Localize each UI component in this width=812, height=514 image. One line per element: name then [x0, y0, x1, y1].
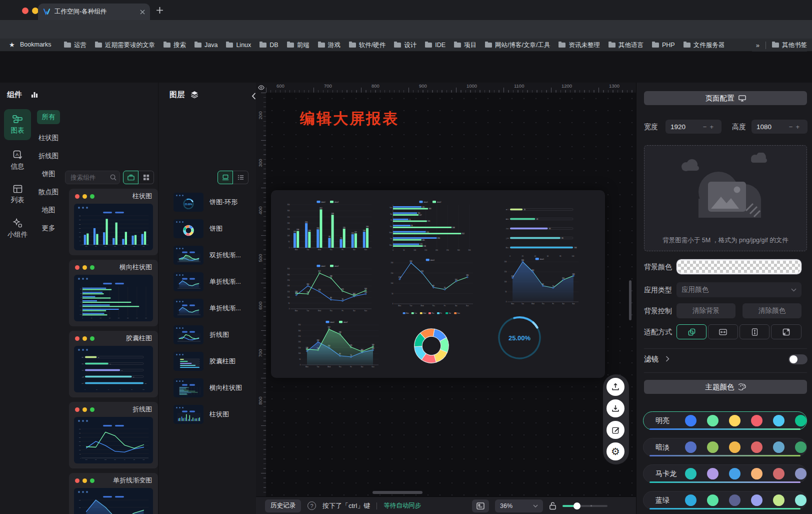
layer-item[interactable]: 横向柱状图 — [174, 378, 253, 397]
bookmark-item[interactable]: 设计 — [394, 41, 416, 50]
layer-item[interactable]: 双折线渐... — [174, 246, 253, 265]
bookmark-item[interactable]: DB — [260, 42, 278, 49]
thumbnail-view-button[interactable] — [218, 171, 233, 184]
bookmark-item[interactable]: Java — [194, 42, 218, 49]
clear-background-button[interactable]: 清除背景 — [676, 303, 736, 318]
background-upload-area[interactable]: 背景图需小于 5M ，格式为 png/jpg/gif 的文件 — [644, 145, 807, 251]
bookmark-item[interactable]: 近期需要读的文章 — [95, 41, 155, 50]
bookmark-item[interactable]: 软件/硬件 — [349, 41, 386, 50]
chart-donut-pie[interactable]: MonTueWedThuFriSatSun — [394, 311, 469, 373]
bookmark-item[interactable]: 网站/博客/文章/工具 — [485, 41, 550, 50]
bookmark-item[interactable]: PHP — [652, 42, 675, 49]
layer-item[interactable]: 单折线渐... — [174, 272, 253, 291]
chart-double-line[interactable]: data1data2050100150200250300350MonTueWed… — [283, 263, 373, 313]
category-4[interactable]: 饼图 — [33, 167, 64, 181]
export-button[interactable] — [606, 399, 624, 417]
layer-item[interactable]: 单折线渐... — [174, 299, 253, 318]
height-plus-button[interactable]: + — [796, 123, 802, 131]
height-minus-button[interactable]: − — [789, 123, 796, 131]
layer-item[interactable]: 折线图 — [174, 325, 253, 344]
filter-expand-chevron[interactable] — [666, 356, 670, 362]
browser-tab[interactable]: 工作空间-各种组件 — [38, 4, 150, 20]
chart-horizontal-bar[interactable]: data1data2050100150200250300350Sun130160… — [386, 199, 474, 252]
bg-color-swatch[interactable] — [676, 259, 802, 274]
bookmark-item[interactable]: 文件服务器 — [684, 41, 724, 50]
panel-toggle-button[interactable] — [472, 499, 489, 512]
layer-item[interactable]: 胶囊柱图 — [174, 352, 253, 371]
theme-row-3[interactable]: 马卡龙 — [643, 464, 807, 483]
edit-button[interactable] — [606, 421, 624, 439]
zoom-select[interactable]: 36% — [495, 499, 543, 512]
clear-color-button[interactable]: 清除颜色 — [742, 303, 802, 318]
dashboard-title[interactable]: 编辑大屏报表 — [300, 109, 399, 129]
bookmark-item[interactable]: 前端 — [287, 41, 310, 50]
bookmarks-star-icon[interactable]: ★ — [9, 41, 15, 49]
sidebar-item-4[interactable]: 小组件 — [4, 213, 31, 244]
height-input[interactable]: 1080−+ — [752, 120, 808, 134]
component-card[interactable]: 单折线渐变图050100150200MonTueWedThuFriSatSun — [69, 473, 158, 514]
theme-colors-header[interactable]: 主题颜色 — [644, 380, 807, 394]
category-6[interactable]: 地图 — [33, 203, 64, 217]
history-button[interactable]: 历史记录 — [265, 499, 301, 512]
fit-width-button[interactable] — [708, 324, 738, 339]
chart-single-area-line[interactable]: data1050100150200MonTueWedThuFriSatSun12… — [500, 256, 580, 306]
chart-capsule-bar[interactable]: 厦门20南阳40北京60上海80新疆100020406080100 — [500, 203, 581, 257]
bookmark-item[interactable]: 资讯未整理 — [558, 41, 600, 50]
theme-row-1[interactable]: 明亮 — [643, 411, 807, 430]
category-2[interactable]: 柱状图 — [33, 131, 64, 145]
settings-gear-icon[interactable]: ⚙ — [606, 442, 624, 460]
sidebar-item-3[interactable]: 列表 — [4, 179, 31, 210]
canvas-vertical-scrollbar[interactable] — [629, 280, 632, 320]
category-1[interactable]: 所有 — [37, 110, 60, 124]
page-config-header[interactable]: 页面配置 — [644, 91, 807, 105]
sidebar-item-2[interactable]: A信息 — [4, 145, 31, 176]
width-minus-button[interactable]: − — [703, 123, 710, 131]
fit-stretch-button[interactable] — [771, 324, 802, 339]
bookmark-item[interactable]: 运营 — [64, 41, 86, 50]
component-card[interactable]: 柱状图050100150200250300350MonTueWedThuFriS… — [69, 189, 158, 255]
bookmark-item[interactable]: 其他语言 — [608, 41, 644, 50]
width-plus-button[interactable]: + — [710, 123, 716, 131]
chart-progress-ring[interactable]: 25.00% — [496, 314, 543, 361]
theme-row-4[interactable]: 蓝绿 — [643, 491, 807, 509]
app-type-select[interactable]: 应用颜色 — [676, 282, 802, 297]
theme-row-2[interactable]: 暗淡 — [643, 438, 807, 456]
category-7[interactable]: 更多 — [33, 221, 64, 235]
canvas-horizontal-scrollbar[interactable] — [372, 491, 422, 494]
bookmark-item[interactable]: 搜索 — [164, 41, 186, 50]
layer-item[interactable]: 柱状图 — [174, 405, 253, 424]
new-tab-icon[interactable] — [156, 7, 164, 14]
bookmark-item[interactable]: IDE — [425, 42, 446, 49]
chart-grouped-bar[interactable]: data1data2050100150200250300350MonTueWed… — [283, 199, 373, 252]
traffic-close-icon[interactable] — [22, 8, 28, 14]
layer-item[interactable]: 25.00%饼图-环形 — [174, 193, 253, 212]
collapse-chevron-icon[interactable] — [252, 93, 256, 100]
zoom-slider-knob[interactable] — [574, 502, 580, 509]
bookmark-item[interactable]: Linux — [226, 42, 251, 49]
lock-icon[interactable] — [549, 501, 556, 510]
component-card[interactable]: 横向柱状图050100150200250300350SunSatFriThuWe… — [69, 260, 158, 326]
eye-icon[interactable] — [258, 85, 264, 90]
width-input[interactable]: 1920−+ — [666, 120, 722, 134]
filter-toggle[interactable] — [788, 354, 808, 364]
toolbox-view-button[interactable] — [123, 171, 138, 184]
bookmarks-label[interactable]: Bookmarks — [20, 41, 52, 48]
layer-item[interactable]: 饼图 — [174, 219, 253, 238]
fit-scale-button[interactable] — [676, 324, 706, 339]
chart-double-area-line[interactable]: data1data2050100150200250300350MonTueWed… — [294, 319, 380, 369]
bookmark-item[interactable]: 项目 — [454, 41, 476, 50]
grid-view-button[interactable] — [138, 171, 154, 184]
category-5[interactable]: 散点图 — [33, 185, 64, 199]
canvas-workspace[interactable]: 6007008009001000110012001300 20030040050… — [256, 83, 636, 514]
bookmarks-overflow-icon[interactable]: » — [756, 42, 760, 49]
import-button[interactable] — [606, 378, 624, 396]
chart-single-line[interactable]: data1050100150200MonTueWedThuFriSatSun12… — [386, 257, 474, 308]
other-bookmarks[interactable]: 其他书签 — [772, 41, 807, 50]
component-card[interactable]: 折线图050100150200250300350MonTueWedThuFriS… — [69, 402, 158, 468]
zoom-slider[interactable] — [562, 502, 608, 509]
close-tab-icon[interactable] — [140, 10, 145, 15]
fit-height-button[interactable] — [740, 324, 770, 339]
bookmark-item[interactable]: 游戏 — [318, 41, 340, 50]
sidebar-item-1[interactable]: 图表 — [4, 109, 31, 140]
help-icon[interactable]: ? — [308, 501, 316, 510]
